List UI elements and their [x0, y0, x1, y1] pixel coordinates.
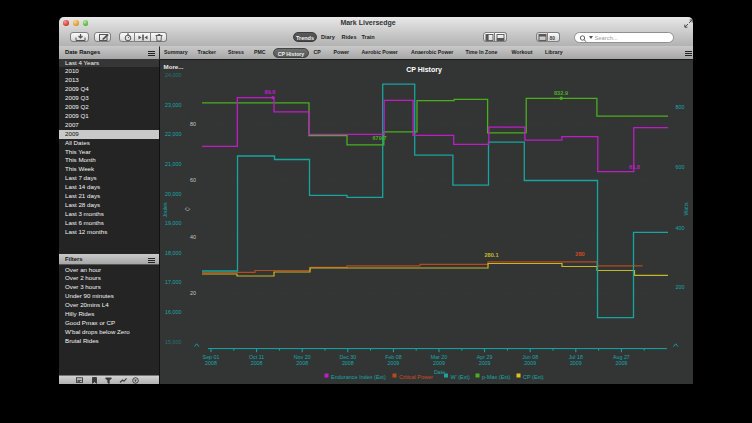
- svg-text:22,000: 22,000: [165, 131, 182, 137]
- svg-text:40: 40: [190, 234, 196, 240]
- svg-text:800: 800: [676, 104, 685, 110]
- svg-text:2008: 2008: [205, 360, 217, 366]
- svg-text:60: 60: [190, 177, 196, 183]
- svg-text:2009: 2009: [616, 360, 628, 366]
- svg-text:18,000: 18,000: [165, 250, 182, 256]
- svg-text:2009: 2009: [524, 360, 536, 366]
- svg-text:Sep 01: Sep 01: [203, 354, 220, 360]
- svg-text:15,000: 15,000: [165, 339, 182, 345]
- svg-text:Critical Power: Critical Power: [399, 374, 433, 380]
- svg-text:2009: 2009: [388, 360, 400, 366]
- svg-text:600: 600: [676, 164, 685, 170]
- svg-text:2008: 2008: [251, 360, 263, 366]
- svg-text:23,000: 23,000: [165, 102, 182, 108]
- svg-text:20: 20: [190, 290, 196, 296]
- svg-text:280.1: 280.1: [485, 252, 499, 258]
- svg-text:Apr 29: Apr 29: [477, 354, 493, 360]
- svg-text:Date: Date: [434, 369, 445, 375]
- svg-text:Jul 18: Jul 18: [569, 354, 583, 360]
- svg-text:Joules: Joules: [162, 202, 168, 217]
- svg-text:CP (Ext): CP (Ext): [523, 374, 544, 380]
- svg-text:16,000: 16,000: [165, 309, 182, 315]
- svg-text:Endurance Index (Ext): Endurance Index (Ext): [331, 374, 386, 380]
- svg-text:400: 400: [676, 225, 685, 231]
- svg-text:Jun 08: Jun 08: [522, 354, 538, 360]
- svg-text:CP History: CP History: [406, 66, 442, 74]
- svg-text:2008: 2008: [296, 360, 308, 366]
- svg-text:More...: More...: [164, 63, 184, 70]
- svg-text:Dec 30: Dec 30: [339, 354, 356, 360]
- svg-text:Watts: Watts: [683, 202, 689, 215]
- svg-text:2009: 2009: [433, 360, 445, 366]
- svg-text:W' (Ext): W' (Ext): [451, 374, 471, 380]
- svg-text:61.8: 61.8: [629, 164, 640, 170]
- svg-text:80: 80: [190, 121, 196, 127]
- svg-text:Feb 08: Feb 08: [385, 354, 402, 360]
- svg-text:20,000: 20,000: [165, 191, 182, 197]
- svg-text:17,000: 17,000: [165, 279, 182, 285]
- svg-text:Mar 20: Mar 20: [431, 354, 448, 360]
- svg-text:p-Max (Ext): p-Max (Ext): [482, 374, 511, 380]
- svg-text:Aug 27: Aug 27: [613, 354, 630, 360]
- svg-text:21,000: 21,000: [165, 161, 182, 167]
- svg-text:200: 200: [676, 284, 685, 290]
- svg-text:2009: 2009: [479, 360, 491, 366]
- svg-text:2008: 2008: [342, 360, 354, 366]
- svg-text:679.7: 679.7: [373, 135, 387, 141]
- svg-text:Nov 20: Nov 20: [294, 354, 311, 360]
- svg-text:832.9: 832.9: [554, 90, 568, 96]
- svg-text:(): (): [184, 207, 190, 211]
- svg-text:2009: 2009: [570, 360, 582, 366]
- svg-text:89.6: 89.6: [265, 89, 276, 95]
- svg-text:24,000: 24,000: [165, 72, 182, 78]
- svg-text:19,000: 19,000: [165, 220, 182, 226]
- svg-text:Oct 11: Oct 11: [249, 354, 264, 360]
- svg-text:280: 280: [575, 251, 584, 257]
